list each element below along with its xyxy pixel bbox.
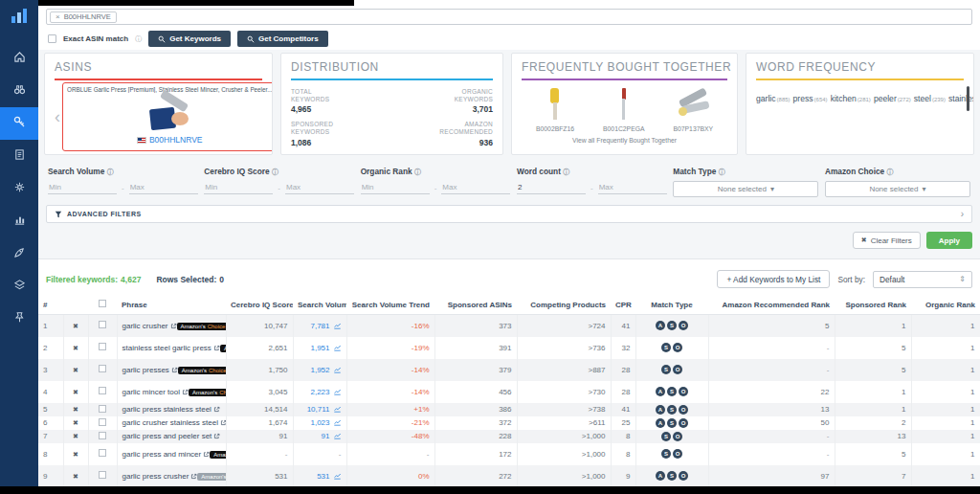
fbt-product[interactable]: B07P137BXY — [673, 86, 713, 132]
filter-max-input[interactable] — [285, 181, 354, 194]
sidebar-item-home[interactable] — [0, 42, 38, 75]
remove-keyword-icon[interactable]: ✖ — [73, 473, 78, 480]
sort-select[interactable]: Default ⇕ — [873, 271, 972, 288]
remove-keyword-icon[interactable]: ✖ — [73, 433, 78, 439]
select-all-checkbox[interactable] — [99, 300, 106, 307]
phrase-link[interactable]: garlic press and mincer — [122, 450, 211, 459]
filter-max-input[interactable] — [129, 181, 198, 194]
remove-keyword-icon[interactable]: ✖ — [73, 323, 78, 329]
column-header-Amazon Recommended Rank[interactable]: Amazon Recommended Rank — [708, 297, 835, 315]
word-frequency-term[interactable]: steel — [914, 94, 931, 103]
phrase-link[interactable]: garlic mincer tool — [122, 388, 189, 396]
sidebar-item-binoculars[interactable] — [0, 75, 38, 107]
phrase-link[interactable]: garlic press stainless steel — [122, 405, 220, 414]
row-checkbox[interactable] — [99, 365, 106, 372]
search-volume-value[interactable]: 10,711 — [307, 405, 330, 414]
filter-select[interactable]: None selected ▾ — [673, 181, 818, 197]
asin-chip[interactable]: × B00HHLNRVE — [50, 11, 117, 23]
column-header-CPR[interactable]: CPR — [611, 297, 635, 315]
column-header-Search Volume[interactable]: Search Volume — [293, 297, 346, 315]
word-frequency-term[interactable]: stainless — [948, 94, 974, 103]
search-volume-value[interactable]: 1,951 — [310, 344, 329, 352]
remove-keyword-icon[interactable]: ✖ — [73, 406, 78, 413]
filter-min-input[interactable] — [517, 181, 586, 194]
remove-keyword-icon[interactable]: ✖ — [73, 367, 78, 373]
clear-filters-button[interactable]: ✖ Clear Filters — [853, 232, 921, 249]
row-checkbox[interactable] — [99, 471, 106, 479]
fbt-product[interactable]: B001C2PEGA — [603, 86, 644, 132]
filter-max-input[interactable] — [598, 181, 667, 194]
sidebar-item-gear[interactable] — [0, 172, 38, 205]
search-volume-value[interactable]: 91 — [322, 432, 330, 440]
sidebar-item-analytics[interactable] — [0, 205, 38, 237]
fbt-view-all-link[interactable]: View all Frequently Bought Together — [522, 137, 727, 144]
apply-button[interactable]: Apply — [926, 232, 972, 249]
filter-select[interactable]: None selected ▾ — [825, 181, 970, 197]
word-frequency-term[interactable]: press — [793, 94, 813, 103]
fbt-product[interactable]: B0002BFZ16 — [536, 86, 574, 132]
word-frequency-term[interactable]: peeler — [874, 94, 897, 103]
sidebar-item-key[interactable] — [0, 107, 38, 140]
remove-keyword-icon[interactable]: ✖ — [73, 419, 78, 426]
filter-min-input[interactable] — [204, 181, 273, 194]
column-header-Match Type[interactable]: Match Type — [635, 297, 708, 315]
sidebar-item-clipboard[interactable] — [0, 140, 38, 172]
column-header-Sponsored Rank[interactable]: Sponsored Rank — [835, 297, 911, 315]
asin-id[interactable]: B00HHLNRVE — [137, 135, 203, 145]
scrollbar-thumb[interactable] — [967, 86, 969, 111]
get-keywords-button[interactable]: Get Keywords — [148, 31, 231, 47]
phrase-link[interactable]: stainless steel garlic press — [122, 344, 220, 352]
remove-keyword-icon[interactable]: ✖ — [73, 389, 78, 395]
row-checkbox[interactable] — [99, 449, 106, 457]
sidebar-item-pin[interactable] — [0, 303, 38, 335]
sidebar-item-layers[interactable] — [0, 270, 38, 303]
column-header-#[interactable]: # — [38, 297, 63, 315]
row-checkbox[interactable] — [99, 405, 106, 413]
asin-product-card[interactable]: ORBLUE Garlic Press [Premium], Stainless… — [62, 82, 273, 151]
row-checkbox[interactable] — [99, 343, 106, 350]
filter-min-input[interactable] — [361, 181, 430, 194]
trend-chart-icon[interactable] — [333, 472, 342, 480]
column-header-Organic Rank[interactable]: Organic Rank — [911, 297, 980, 315]
column-header-Cerebro IQ Score[interactable]: Cerebro IQ Score — [226, 297, 293, 315]
phrase-link[interactable]: garlic presses — [122, 366, 178, 374]
search-volume-value[interactable]: 1,952 — [310, 366, 329, 374]
search-volume-value[interactable]: 1,023 — [310, 418, 329, 427]
trend-chart-icon[interactable] — [333, 432, 342, 439]
column-header-Phrase[interactable]: Phrase — [117, 297, 226, 315]
column-header-Search Volume Trend[interactable]: Search Volume Trend — [346, 297, 434, 315]
row-checkbox[interactable] — [99, 418, 106, 426]
trend-chart-icon[interactable] — [333, 388, 342, 395]
trend-chart-icon[interactable] — [333, 418, 342, 426]
filter-max-input[interactable] — [441, 181, 510, 194]
phrase-link[interactable]: garlic crusher stainless steel — [122, 418, 227, 427]
row-checkbox[interactable] — [99, 387, 106, 394]
column-header-Sponsored ASINs[interactable]: Sponsored ASINs — [434, 297, 517, 315]
trend-chart-icon[interactable] — [333, 344, 342, 351]
word-frequency-term[interactable]: kitchen — [831, 94, 857, 103]
phrase-link[interactable]: garlic crusher — [122, 322, 177, 330]
search-volume-value[interactable]: 2,223 — [310, 388, 329, 396]
word-frequency-term[interactable]: garlic — [756, 94, 776, 103]
column-header-Competing Products[interactable]: Competing Products — [517, 297, 611, 315]
asin-search-input[interactable]: × B00HHLNRVE — [46, 9, 972, 25]
advanced-filters-toggle[interactable]: ADVANCED FILTERS › — [46, 205, 972, 223]
remove-keyword-icon[interactable]: ✖ — [73, 451, 78, 458]
trend-chart-icon[interactable] — [333, 366, 342, 373]
chip-remove-icon[interactable]: × — [56, 12, 60, 21]
row-checkbox[interactable] — [99, 321, 106, 328]
carousel-prev-icon[interactable]: ‹ — [55, 107, 60, 127]
remove-keyword-icon[interactable]: ✖ — [73, 345, 78, 351]
row-checkbox[interactable] — [99, 432, 106, 439]
phrase-link[interactable]: garlic press crusher — [122, 472, 198, 481]
search-volume-value[interactable]: 7,781 — [310, 322, 329, 330]
sidebar-item-rocket[interactable] — [0, 237, 38, 270]
search-volume-value[interactable]: 531 — [317, 472, 329, 481]
trend-chart-icon[interactable] — [333, 405, 342, 413]
add-keywords-button[interactable]: + Add Keywords to My List — [717, 270, 830, 288]
phrase-link[interactable]: garlic press and peeler set — [122, 432, 221, 440]
exact-asin-checkbox[interactable] — [48, 34, 56, 43]
trend-chart-icon[interactable] — [333, 322, 342, 329]
filter-min-input[interactable] — [48, 181, 117, 194]
get-competitors-button[interactable]: Get Competitors — [237, 31, 328, 47]
